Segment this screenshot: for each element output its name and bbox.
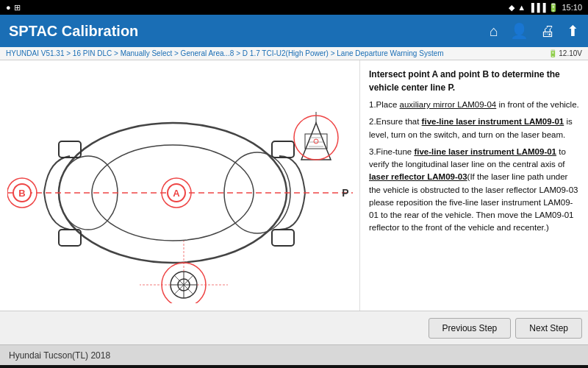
user-icon[interactable]: 👤	[510, 22, 528, 40]
step1-tool: auxiliary mirror LAM09-04	[400, 100, 497, 109]
printer-icon[interactable]: 🖨	[540, 23, 555, 40]
instructions-panel: Intersect point A and point B to determi…	[360, 60, 588, 311]
svg-marker-14	[301, 123, 331, 160]
svg-text:B: B	[18, 188, 25, 199]
bluetooth-icon: ◆	[509, 3, 514, 13]
status-right: ◆ ▲ ▐▐▐ 🔋 15:10	[509, 3, 582, 13]
voltage-display: 🔋 12.10V	[548, 49, 582, 57]
next-step-button[interactable]: Next Step	[515, 318, 582, 339]
buttons-row: Previous Step Next Step	[0, 311, 588, 344]
battery-icon: 🔋	[548, 3, 559, 13]
previous-step-button[interactable]: Previous Step	[429, 318, 512, 339]
header: SPTAC Calibration ⌂ 👤 🖨 ⬆	[0, 15, 588, 47]
step-3: 3.Fine-tune five-line laser instrument L…	[369, 146, 579, 235]
status-left: ● ⊞	[6, 3, 21, 13]
breadcrumb: HYUNDAI V51.31 > 16 PIN DLC > Manually S…	[0, 47, 588, 60]
step3-tool-a: five-line laser instrument LAM09-01	[414, 147, 556, 156]
main-content: B A P	[0, 60, 588, 311]
voltage-value: 12.10V	[559, 49, 582, 57]
svg-text:A: A	[173, 188, 180, 199]
svg-text:P: P	[342, 187, 348, 199]
status-dot: ●	[6, 3, 11, 12]
step2-tool: five-line laser instrument LAM09-01	[422, 117, 564, 126]
step3-tool-b: laser reflector LAM09-03	[369, 172, 467, 181]
step-2: 2.Ensure that five-line laser instrument…	[369, 116, 579, 141]
svg-rect-4	[272, 141, 294, 158]
svg-rect-5	[272, 230, 294, 246]
wifi-icon: ▲	[517, 3, 526, 12]
info-bar: Hyundai Tucson(TL) 2018	[0, 344, 588, 365]
svg-point-20	[314, 139, 318, 144]
app-title: SPTAC Calibration	[9, 23, 138, 40]
battery-small-icon: 🔋	[548, 49, 557, 57]
signal-icon: ▐▐▐	[528, 3, 545, 12]
header-icons: ⌂ 👤 🖨 ⬆	[490, 22, 579, 40]
breadcrumb-text: HYUNDAI V51.31 > 16 PIN DLC > Manually S…	[6, 49, 444, 57]
diagram-panel: B A P	[0, 60, 360, 311]
instructions-title: Intersect point A and point B to determi…	[369, 68, 579, 94]
step-1: 1.Place auxiliary mirror LAM09-04 in fro…	[369, 99, 579, 111]
status-grid: ⊞	[14, 3, 21, 13]
car-diagram: B A P	[7, 68, 353, 303]
clock: 15:10	[562, 3, 582, 12]
vehicle-info: Hyundai Tucson(TL) 2018	[9, 350, 110, 361]
android-nav-bar: ◄ 📷 🖨 ⌂ □ ►	[0, 365, 588, 368]
home-icon[interactable]: ⌂	[490, 23, 498, 40]
status-bar: ● ⊞ ◆ ▲ ▐▐▐ 🔋 15:10	[0, 0, 588, 15]
upload-icon[interactable]: ⬆	[567, 22, 579, 40]
